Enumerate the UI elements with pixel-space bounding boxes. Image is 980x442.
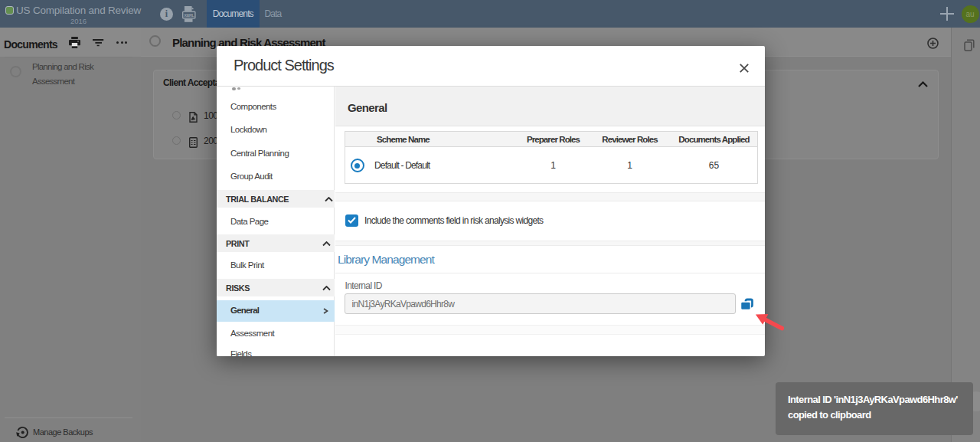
svg-text:XBRL: XBRL <box>184 13 194 18</box>
